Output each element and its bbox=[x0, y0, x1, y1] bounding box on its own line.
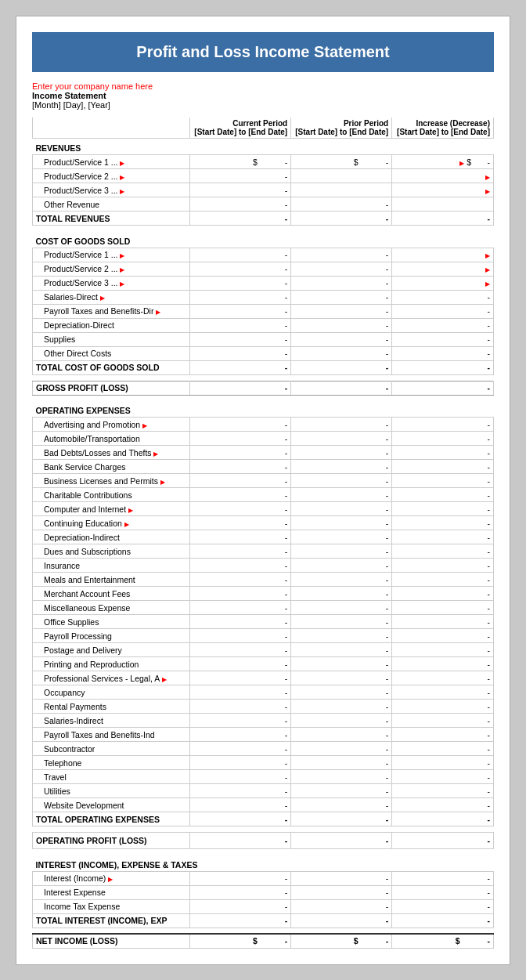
revenues-header-row: REVENUES bbox=[33, 139, 494, 155]
total-cogs-row: TOTAL COST OF GOODS SOLD - - - bbox=[33, 360, 494, 374]
page-title: Profit and Loss Income Statement bbox=[136, 43, 389, 60]
page: Profit and Loss Income Statement Enter y… bbox=[16, 16, 510, 965]
cogs-header-row: COST OF GOODS SOLD bbox=[33, 232, 494, 248]
current-period-header: Current Period [Start Date] to [End Date… bbox=[190, 118, 291, 139]
list-item: Dues and Subscriptions - - - bbox=[33, 544, 494, 559]
spacer bbox=[33, 395, 494, 401]
net-income-label: NET INCOME (LOSS) bbox=[33, 934, 190, 948]
list-item: Payroll Taxes and Benefits-Dir ▶ - - - bbox=[33, 304, 494, 318]
interest-header-row: INTEREST (INCOME), EXPENSE & TAXES bbox=[33, 855, 494, 872]
date-line: [Month] [Day], [Year] bbox=[32, 100, 494, 110]
spacer bbox=[33, 849, 494, 855]
opex-header-row: OPERATING EXPENSES bbox=[33, 401, 494, 418]
revenues-header: REVENUES bbox=[33, 139, 494, 155]
list-item: Depreciation-Indirect - - - bbox=[33, 530, 494, 544]
title-bar: Profit and Loss Income Statement bbox=[32, 32, 494, 72]
list-item: Salaries-Direct ▶ - - - bbox=[33, 290, 494, 304]
operating-profit-label: OPERATING PROFIT (LOSS) bbox=[33, 833, 190, 849]
spacer bbox=[33, 374, 494, 381]
list-item: Subcontractor - - - bbox=[33, 742, 494, 756]
statement-title: Income Statement bbox=[32, 91, 494, 100]
list-item: Product/Service 3 ... ▶ - - ▶ bbox=[33, 276, 494, 290]
list-item: Charitable Contributions - - - bbox=[33, 488, 494, 502]
list-item: Product/Service 1 ... ▶ - - ▶ bbox=[33, 248, 494, 262]
gross-profit-row: GROSS PROFIT (LOSS) - - - bbox=[33, 381, 494, 395]
list-item: Payroll Processing - - - bbox=[33, 629, 494, 643]
total-revenues-label: TOTAL REVENUES bbox=[33, 212, 190, 226]
total-opex-row: TOTAL OPERATING EXPENSES - - - bbox=[33, 812, 494, 826]
operating-profit-row: OPERATING PROFIT (LOSS) - - - bbox=[33, 833, 494, 849]
prior-period-header: Prior Period [Start Date] to [End Date] bbox=[291, 118, 392, 139]
list-item: Product/Service 3 ... ▶ - ▶ bbox=[33, 183, 494, 197]
list-item: Income Tax Expense - - - bbox=[33, 899, 494, 913]
list-item: Occupancy - - - bbox=[33, 685, 494, 700]
total-cogs-label: TOTAL COST OF GOODS SOLD bbox=[33, 360, 190, 374]
list-item: Meals and Entertainment - - - bbox=[33, 573, 494, 587]
increase-header: Increase (Decrease) [Start Date] to [End… bbox=[392, 118, 494, 139]
list-item: Merchant Account Fees - - - bbox=[33, 587, 494, 601]
list-item: Product/Service 2 ... ▶ - - ▶ bbox=[33, 262, 494, 276]
cogs-header: COST OF GOODS SOLD bbox=[33, 232, 494, 248]
income-statement-table: Current Period [Start Date] to [End Date… bbox=[32, 118, 494, 949]
list-item: Telephone - - - bbox=[33, 756, 494, 770]
total-revenues-row: TOTAL REVENUES - - - bbox=[33, 212, 494, 226]
spacer bbox=[33, 226, 494, 232]
list-item: Product/Service 2 ... ▶ - ▶ bbox=[33, 169, 494, 183]
list-item: Salaries-Indirect - - - bbox=[33, 714, 494, 728]
list-item: Business Licenses and Permits ▶ - - - bbox=[33, 474, 494, 488]
list-item: Advertising and Promotion ▶ - - - bbox=[33, 418, 494, 432]
list-item: Depreciation-Direct - - - bbox=[33, 318, 494, 332]
list-item: Printing and Reproduction - - - bbox=[33, 657, 494, 671]
list-item: Other Revenue - - bbox=[33, 197, 494, 212]
list-item: Website Development - - - bbox=[33, 798, 494, 812]
list-item: Interest Expense - - - bbox=[33, 885, 494, 899]
list-item: Supplies - - - bbox=[33, 332, 494, 346]
list-item: Insurance - - - bbox=[33, 559, 494, 573]
company-name-placeholder[interactable]: Enter your company name here bbox=[32, 81, 153, 91]
list-item: Bank Service Charges - - - bbox=[33, 460, 494, 474]
net-income-row: NET INCOME (LOSS) $ - $ - $ - bbox=[33, 934, 494, 948]
spacer bbox=[33, 826, 494, 833]
label-col-header bbox=[33, 118, 190, 139]
total-interest-row: TOTAL INTEREST (INCOME), EXP - - - bbox=[33, 913, 494, 928]
list-item: Continuing Education ▶ - - - bbox=[33, 516, 494, 530]
interest-header: INTEREST (INCOME), EXPENSE & TAXES bbox=[33, 855, 494, 872]
company-section: Enter your company name here Income Stat… bbox=[32, 81, 494, 110]
opex-header: OPERATING EXPENSES bbox=[33, 401, 494, 418]
list-item: Interest (Income) ▶ - - - bbox=[33, 871, 494, 885]
gross-profit-label: GROSS PROFIT (LOSS) bbox=[33, 381, 190, 395]
header-row: Current Period [Start Date] to [End Date… bbox=[33, 118, 494, 139]
list-item: Miscellaneous Expense - - - bbox=[33, 601, 494, 615]
list-item: Postage and Delivery - - - bbox=[33, 643, 494, 657]
total-opex-label: TOTAL OPERATING EXPENSES bbox=[33, 812, 190, 826]
list-item: Other Direct Costs - - - bbox=[33, 346, 494, 360]
list-item: Bad Debts/Losses and Thefts ▶ - - - bbox=[33, 446, 494, 460]
total-interest-label: TOTAL INTEREST (INCOME), EXP bbox=[33, 913, 190, 928]
list-item: Office Supplies - - - bbox=[33, 615, 494, 629]
list-item: Computer and Internet ▶ - - - bbox=[33, 502, 494, 516]
list-item: Automobile/Transportation - - - bbox=[33, 432, 494, 446]
list-item: Payroll Taxes and Benefits-Ind - - - bbox=[33, 728, 494, 742]
list-item: Professional Services - Legal, A ▶ - - - bbox=[33, 671, 494, 685]
list-item: Product/Service 1 ... ▶ $ - $ - ▶ $ - bbox=[33, 155, 494, 169]
list-item: Rental Payments - - - bbox=[33, 700, 494, 714]
list-item: Utilities - - - bbox=[33, 784, 494, 798]
list-item: Travel - - - bbox=[33, 770, 494, 784]
spacer bbox=[33, 928, 494, 934]
